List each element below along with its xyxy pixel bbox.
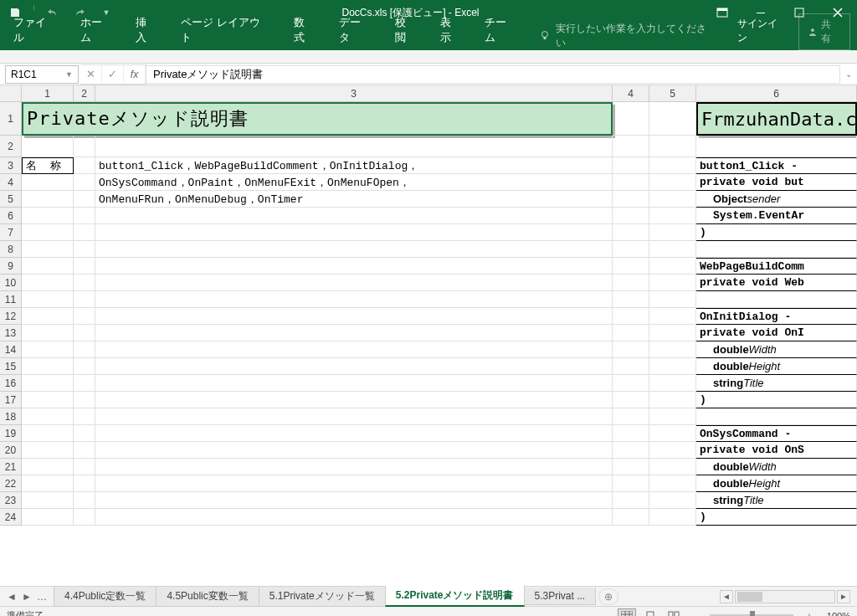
cell[interactable] bbox=[649, 224, 696, 241]
cell-title2[interactable]: FrmzuhanData.c bbox=[696, 102, 857, 136]
cell[interactable] bbox=[649, 258, 696, 275]
cell[interactable] bbox=[95, 341, 613, 358]
cell[interactable] bbox=[22, 459, 74, 475]
cell[interactable] bbox=[649, 308, 696, 325]
cell[interactable] bbox=[22, 191, 74, 208]
cell[interactable] bbox=[74, 275, 95, 291]
cell[interactable] bbox=[74, 392, 95, 408]
cell[interactable] bbox=[74, 408, 95, 425]
cell[interactable] bbox=[22, 475, 74, 492]
cell[interactable] bbox=[649, 241, 696, 258]
cell[interactable] bbox=[696, 241, 857, 258]
cell[interactable] bbox=[95, 241, 613, 258]
tab-insert[interactable]: 挿入 bbox=[124, 10, 169, 50]
cell[interactable] bbox=[74, 174, 95, 191]
cell[interactable] bbox=[649, 275, 696, 291]
cell[interactable] bbox=[22, 375, 74, 392]
row-header[interactable]: 4 bbox=[0, 174, 21, 191]
tab-pagelayout[interactable]: ページ レイアウト bbox=[169, 10, 282, 50]
view-normal-icon[interactable] bbox=[618, 608, 636, 617]
undo-icon[interactable] bbox=[41, 2, 64, 23]
cell[interactable] bbox=[22, 224, 74, 241]
col-header[interactable]: 2 bbox=[74, 85, 95, 101]
cell[interactable] bbox=[649, 459, 696, 475]
cell[interactable] bbox=[22, 408, 74, 425]
cell[interactable] bbox=[95, 358, 613, 375]
row-header[interactable]: 22 bbox=[0, 475, 21, 492]
cell[interactable] bbox=[696, 136, 857, 157]
zoom-thumb[interactable] bbox=[750, 611, 755, 617]
cell-code[interactable]: double Width bbox=[696, 341, 857, 358]
row-header[interactable]: 16 bbox=[0, 375, 21, 392]
row-header[interactable]: 9 bbox=[0, 258, 21, 275]
cell[interactable] bbox=[613, 509, 649, 526]
cell[interactable] bbox=[22, 241, 74, 258]
cell[interactable] bbox=[74, 308, 95, 325]
cell[interactable] bbox=[22, 442, 74, 459]
cell-code[interactable]: private void but bbox=[696, 174, 857, 191]
cell-methods-3[interactable]: OnMenuFRun，OnMenuDebug，OnTimer bbox=[95, 191, 613, 208]
cell[interactable] bbox=[696, 291, 857, 308]
cell[interactable] bbox=[74, 459, 95, 475]
row-header[interactable]: 14 bbox=[0, 341, 21, 358]
cell[interactable] bbox=[613, 136, 649, 157]
cell[interactable] bbox=[74, 442, 95, 459]
cell-code[interactable]: ) bbox=[696, 392, 857, 408]
cell[interactable] bbox=[95, 375, 613, 392]
cell-methods-2[interactable]: OnSysCommand，OnPaint，OnMenuFExit，OnMenuF… bbox=[95, 174, 613, 191]
qat-dropdown-icon[interactable]: ▼ bbox=[95, 2, 118, 23]
row-header[interactable]: 23 bbox=[0, 492, 21, 509]
tab-team[interactable]: チーム bbox=[473, 10, 529, 50]
tab-nav-more-icon[interactable]: … bbox=[35, 591, 49, 603]
cell-code[interactable]: OnInitDialog - bbox=[696, 308, 857, 325]
cell[interactable] bbox=[95, 475, 613, 492]
cell-code[interactable]: WebPageBuildComm bbox=[696, 258, 857, 275]
cell-code[interactable]: Object sender bbox=[696, 191, 857, 208]
name-box[interactable]: R1C1 ▼ bbox=[5, 65, 79, 84]
cell-code[interactable]: private void Web bbox=[696, 275, 857, 291]
chevron-down-icon[interactable]: ▼ bbox=[65, 70, 73, 79]
select-all-corner[interactable] bbox=[0, 85, 22, 102]
row-header[interactable]: 12 bbox=[0, 308, 21, 325]
cell-code[interactable]: double Height bbox=[696, 358, 857, 375]
col-header[interactable]: 5 bbox=[649, 85, 696, 101]
cell[interactable] bbox=[613, 459, 649, 475]
cell[interactable] bbox=[649, 425, 696, 442]
row-header[interactable]: 18 bbox=[0, 408, 21, 425]
cell[interactable] bbox=[22, 136, 74, 157]
row-header[interactable]: 21 bbox=[0, 459, 21, 475]
row-header[interactable]: 7 bbox=[0, 224, 21, 241]
cell[interactable] bbox=[649, 509, 696, 526]
zoom-level[interactable]: 100% bbox=[827, 611, 850, 617]
cell[interactable] bbox=[613, 408, 649, 425]
cell[interactable] bbox=[95, 408, 613, 425]
cell[interactable] bbox=[22, 275, 74, 291]
cell[interactable] bbox=[649, 492, 696, 509]
cell[interactable] bbox=[95, 509, 613, 526]
row-header[interactable]: 20 bbox=[0, 442, 21, 459]
cell[interactable] bbox=[74, 208, 95, 224]
cell-code[interactable]: string Title bbox=[696, 375, 857, 392]
cell[interactable] bbox=[613, 341, 649, 358]
cell[interactable] bbox=[613, 174, 649, 191]
cell[interactable] bbox=[74, 425, 95, 442]
sheet-tab[interactable]: 4.4Public定数一覧 bbox=[54, 587, 157, 607]
cell[interactable] bbox=[613, 291, 649, 308]
cell[interactable] bbox=[649, 208, 696, 224]
cell[interactable] bbox=[22, 258, 74, 275]
cell-code[interactable]: OnSysCommand - bbox=[696, 425, 857, 442]
cell[interactable] bbox=[95, 325, 613, 341]
cell[interactable] bbox=[22, 425, 74, 442]
cell[interactable] bbox=[74, 475, 95, 492]
scrollbar-thumb[interactable] bbox=[737, 592, 762, 602]
cell-code[interactable]: double Width bbox=[696, 459, 857, 475]
cell[interactable] bbox=[649, 136, 696, 157]
cell[interactable] bbox=[613, 375, 649, 392]
sheet-tab-active[interactable]: 5.2Privateメソッド説明書 bbox=[385, 586, 525, 607]
cell[interactable] bbox=[649, 174, 696, 191]
add-sheet-icon[interactable]: ⊕ bbox=[598, 588, 618, 605]
tab-nav-last-icon[interactable]: ► bbox=[20, 591, 33, 603]
zoom-in-icon[interactable]: + bbox=[803, 611, 815, 617]
cell[interactable] bbox=[95, 275, 613, 291]
row-header[interactable]: 10 bbox=[0, 275, 21, 291]
